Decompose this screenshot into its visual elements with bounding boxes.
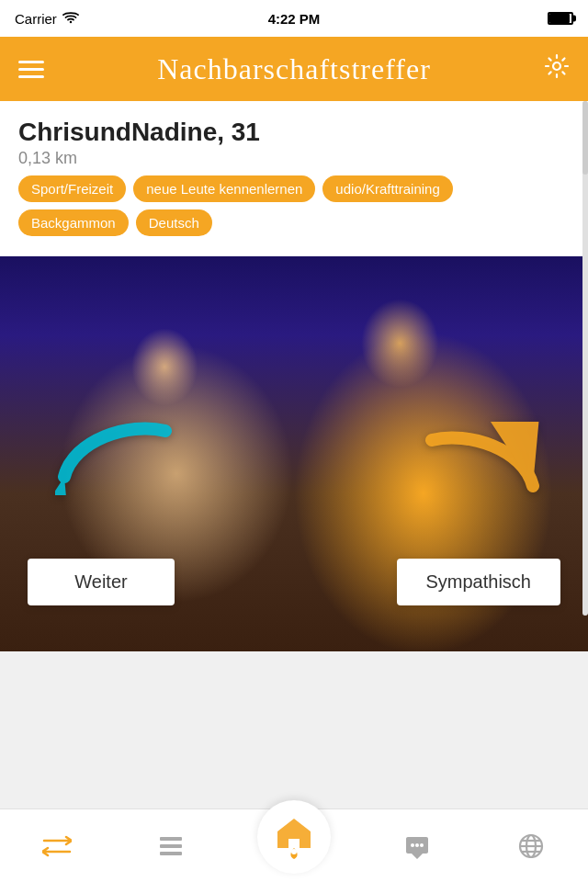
tag-neue: neue Leute kennenlernen [133, 175, 315, 202]
nav-swap[interactable] [29, 819, 85, 874]
svg-rect-4 [160, 844, 182, 848]
nav-list[interactable] [143, 819, 198, 874]
profile-info: ChrisundNadine, 31 0,13 km Sport/Freizei… [0, 101, 588, 256]
header: Nachbarschaftstreffer [0, 37, 588, 101]
svg-point-7 [411, 843, 414, 847]
status-bar: Carrier 4:22 PM [0, 0, 588, 37]
wifi-icon [62, 12, 79, 25]
settings-button[interactable] [544, 53, 570, 85]
profile-distance: 0,13 km [18, 149, 570, 168]
home-pin-icon [274, 815, 314, 859]
nav-chat[interactable] [390, 819, 445, 874]
tags-container: Sport/Freizeit neue Leute kennenlernen u… [18, 168, 570, 247]
status-time: 4:22 PM [268, 11, 321, 27]
svg-point-0 [553, 62, 560, 70]
app-title: Nachbarschaftstreffer [157, 52, 431, 86]
status-bar-left: Carrier [15, 11, 79, 27]
list-icon [158, 833, 184, 859]
tag-audio: udio/Krafttraining [322, 175, 452, 202]
status-bar-right [548, 12, 573, 25]
nav-globe[interactable] [503, 819, 559, 874]
nav-home-pin[interactable] [257, 800, 331, 874]
profile-card: ChrisundNadine, 31 0,13 km Sport/Freizei… [0, 101, 588, 651]
swap-icon [42, 833, 72, 859]
skip-arrow [55, 413, 165, 486]
battery-icon [548, 12, 573, 25]
scrollbar-track [582, 101, 588, 616]
svg-rect-3 [160, 837, 182, 841]
tag-deutsch: Deutsch [136, 209, 212, 236]
carrier-text: Carrier [15, 11, 57, 27]
svg-point-8 [415, 843, 419, 847]
svg-point-9 [420, 843, 424, 847]
bottom-nav [0, 808, 588, 882]
profile-name: ChrisundNadine, 31 [18, 118, 570, 147]
action-buttons: Weiter Sympathisch [0, 559, 588, 605]
globe-icon [518, 833, 544, 859]
like-button[interactable]: Sympathisch [397, 559, 561, 605]
like-arrow [423, 422, 533, 495]
tag-sport: Sport/Freizeit [18, 175, 126, 202]
tag-backgammon: Backgammon [18, 209, 129, 236]
svg-point-6 [291, 849, 297, 854]
scrollbar-thumb[interactable] [582, 101, 588, 175]
svg-rect-5 [160, 852, 182, 855]
menu-button[interactable] [18, 61, 44, 78]
skip-button[interactable]: Weiter [28, 559, 175, 605]
profile-photo: Weiter Sympathisch [0, 256, 588, 651]
chat-icon [404, 833, 430, 859]
